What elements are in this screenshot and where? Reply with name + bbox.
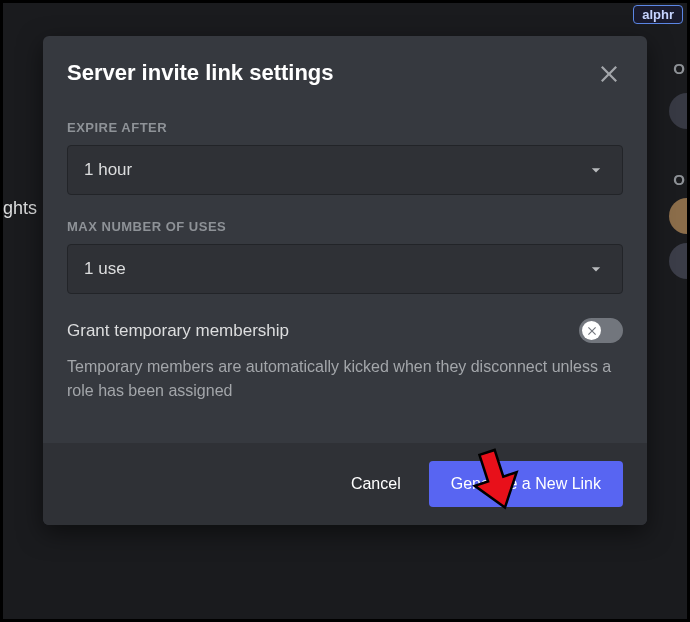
edge-avatar xyxy=(669,198,690,234)
edge-letter: O xyxy=(673,171,685,188)
invite-settings-modal: Server invite link settings Expire after… xyxy=(43,36,647,525)
expire-select[interactable]: 1 hour xyxy=(67,145,623,195)
background-text-fragment: ghts xyxy=(3,198,37,219)
expire-label: Expire after xyxy=(67,120,623,135)
toggle-off-icon xyxy=(586,325,598,337)
chevron-down-icon xyxy=(586,160,606,180)
modal-title: Server invite link settings xyxy=(67,60,334,86)
generate-link-button[interactable]: Generate a New Link xyxy=(429,461,623,507)
edge-avatar xyxy=(669,93,690,129)
expire-value: 1 hour xyxy=(84,160,132,180)
modal-header: Server invite link settings xyxy=(43,36,647,92)
close-icon xyxy=(597,62,621,86)
max-uses-value: 1 use xyxy=(84,259,126,279)
temp-membership-help: Temporary members are automatically kick… xyxy=(67,355,623,403)
modal-footer: Cancel Generate a New Link xyxy=(43,443,647,525)
temp-membership-row: Grant temporary membership xyxy=(67,318,623,343)
right-edge-decoration: O O xyxy=(669,3,687,619)
cancel-button[interactable]: Cancel xyxy=(343,463,409,505)
max-uses-label: Max number of uses xyxy=(67,219,623,234)
toggle-knob xyxy=(582,321,601,340)
temp-membership-toggle[interactable] xyxy=(579,318,623,343)
max-uses-select[interactable]: 1 use xyxy=(67,244,623,294)
close-button[interactable] xyxy=(595,60,623,92)
edge-avatar xyxy=(669,243,690,279)
edge-letter: O xyxy=(673,60,685,77)
temp-membership-label: Grant temporary membership xyxy=(67,321,289,341)
modal-body: Expire after 1 hour Max number of uses 1… xyxy=(43,92,647,443)
chevron-down-icon xyxy=(586,259,606,279)
